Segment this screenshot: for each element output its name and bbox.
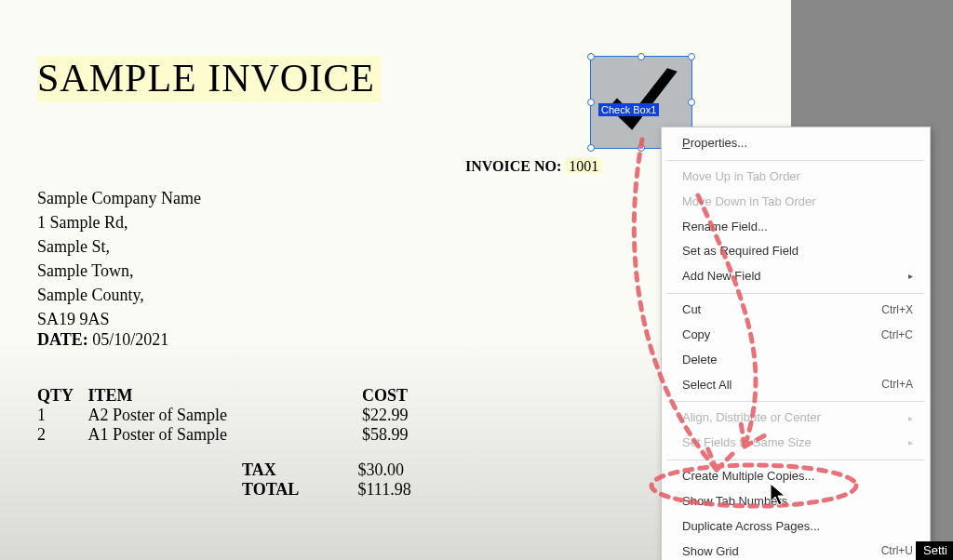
resize-handle[interactable] — [688, 99, 695, 106]
table-row: 2 A1 Poster of Sample $58.99 — [37, 425, 436, 445]
menu-separator — [667, 401, 924, 402]
menu-delete[interactable]: Delete — [662, 348, 930, 373]
address-town: Sample Town, — [37, 259, 201, 283]
invoice-number-row: INVOICE NO: 1001 — [465, 158, 602, 175]
resize-handle[interactable] — [638, 53, 645, 60]
chevron-right-icon: ▸ — [908, 270, 913, 284]
menu-move-up-tab-order: Move Up in Tab Order — [662, 165, 930, 190]
cell-cost: $22.99 — [362, 406, 436, 425]
totals-block: TAX $30.00 TOTAL $111.98 — [242, 460, 433, 500]
menu-properties[interactable]: Properties... — [662, 131, 930, 156]
address-county: Sample County, — [37, 283, 201, 307]
cell-cost: $58.99 — [362, 425, 436, 445]
header-item: ITEM — [88, 386, 358, 406]
address-postcode: SA19 9AS — [37, 307, 201, 331]
menu-align-distribute: Align, Distribute or Center▸ — [662, 406, 930, 431]
menu-show-grid[interactable]: Show GridCtrl+U — [662, 540, 930, 560]
resize-handle[interactable] — [638, 144, 645, 152]
total-value: $111.98 — [358, 480, 433, 500]
menu-same-size: Set Fields to Same Size▸ — [662, 431, 930, 456]
cell-item: A1 Poster of Sample — [88, 425, 358, 445]
menu-create-multiple-copies[interactable]: Create Multiple Copies... — [662, 464, 930, 489]
cell-item: A2 Poster of Sample — [88, 406, 358, 425]
shortcut-label: Ctrl+A — [881, 377, 913, 393]
date-row: DATE: 05/10/2021 — [37, 330, 168, 350]
shortcut-label: Ctrl+U — [881, 543, 913, 559]
resize-handle[interactable] — [587, 99, 595, 106]
menu-show-tab-numbers[interactable]: Show Tab Numbers — [662, 489, 930, 514]
field-name-label: Check Box1 — [598, 103, 659, 116]
shortcut-label: Ctrl+C — [881, 327, 913, 343]
menu-copy[interactable]: CopyCtrl+C — [662, 323, 930, 348]
header-cost: COST — [362, 386, 436, 406]
resize-handle[interactable] — [587, 144, 595, 152]
total-label: TOTAL — [242, 480, 354, 500]
table-row: 1 A2 Poster of Sample $22.99 — [37, 406, 436, 425]
menu-duplicate-across-pages[interactable]: Duplicate Across Pages... — [662, 514, 930, 540]
resize-handle[interactable] — [587, 53, 595, 60]
menu-select-all[interactable]: Select AllCtrl+A — [662, 373, 930, 398]
menu-move-down-tab-order: Move Down in Tab Order — [662, 190, 930, 215]
shortcut-label: Ctrl+X — [881, 302, 913, 318]
resize-handle[interactable] — [688, 53, 695, 60]
date-label: DATE: — [37, 330, 88, 349]
address-line1: 1 Sample Rd, — [37, 210, 201, 234]
table-header-row: QTY ITEM COST — [37, 386, 436, 406]
invoice-number-label: INVOICE NO: — [465, 158, 561, 174]
tax-label: TAX — [242, 460, 354, 480]
menu-cut[interactable]: CutCtrl+X — [662, 298, 930, 323]
menu-add-new-field[interactable]: Add New Field▸ — [662, 264, 930, 289]
menu-rename-field[interactable]: Rename Field... — [662, 215, 930, 240]
cursor-arrow-icon — [769, 483, 787, 507]
date-value: 05/10/2021 — [92, 330, 168, 349]
header-qty: QTY — [37, 386, 84, 406]
chevron-right-icon: ▸ — [908, 436, 913, 450]
tax-value: $30.00 — [358, 460, 433, 480]
cell-qty: 2 — [37, 425, 84, 445]
address-line2: Sample St, — [37, 234, 201, 259]
invoice-number-value: 1001 — [565, 158, 602, 174]
context-menu: Properties... Move Up in Tab Order Move … — [661, 127, 931, 560]
document-title: SAMPLE INVOICE — [37, 56, 381, 102]
cell-qty: 1 — [37, 406, 84, 425]
chevron-right-icon: ▸ — [908, 412, 913, 426]
menu-separator — [667, 293, 924, 294]
line-items-table: QTY ITEM COST 1 A2 Poster of Sample $22.… — [37, 386, 436, 445]
menu-set-required[interactable]: Set as Required Field — [662, 239, 930, 264]
company-address: Sample Company Name 1 Sample Rd, Sample … — [37, 186, 201, 332]
menu-separator — [667, 160, 924, 161]
menu-separator — [667, 460, 924, 460]
address-company: Sample Company Name — [37, 186, 201, 210]
corner-overlay: Setti — [916, 541, 953, 560]
